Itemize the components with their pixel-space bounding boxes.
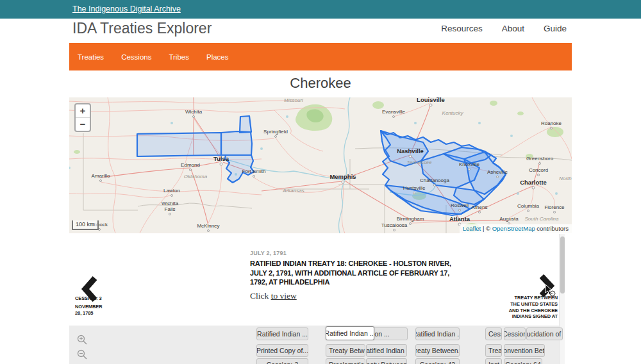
header: IDA Treaties Explorer ResourcesAboutGuid… <box>0 19 641 43</box>
city-dot <box>434 185 436 186</box>
city-label-greensboro: Greensboro <box>526 156 554 161</box>
city-label-wichita: Wichita <box>185 109 203 115</box>
header-nav-about[interactable]: About <box>502 24 524 33</box>
cession-polygon-2[interactable] <box>221 131 252 155</box>
city-label-lawton: Lawton <box>163 188 180 194</box>
city-label-asheville: Asheville <box>487 169 508 175</box>
attribution-suffix: contributors <box>535 225 569 232</box>
current-item-click-line: Click to view <box>250 291 465 301</box>
page-title: IDA Treaties Explorer <box>72 20 212 37</box>
mouse-cursor-icon <box>544 285 556 297</box>
city-dot <box>429 104 432 106</box>
city-label-fort-smith: Fort Smith <box>242 169 266 174</box>
timeline-era-button[interactable]: Trea <box>485 344 502 357</box>
timeline-era-button[interactable]: Treaty Between... <box>415 344 460 357</box>
zoom-out-button[interactable]: − <box>76 118 90 131</box>
openstreetmap-link[interactable]: OpenStreetMap <box>492 225 535 232</box>
state-label-arkansas: Arkansas <box>282 188 304 194</box>
timeline-scrollbar[interactable] <box>559 234 565 364</box>
cession-polygon-0[interactable] <box>240 116 251 133</box>
city-label-charlotte: Charlotte <box>520 179 547 186</box>
city-dot <box>409 155 412 158</box>
city-dot <box>253 176 255 178</box>
timeline-era-button[interactable]: Convention Bet... <box>504 344 545 357</box>
timeline-era-button[interactable]: Proclamation S <box>326 358 365 364</box>
tab-places[interactable]: Places <box>206 53 229 61</box>
city-label-atlanta: Atlanta <box>449 215 470 222</box>
next-item-line: THE UNITED STATES <box>497 301 558 308</box>
tab-tribes[interactable]: Tribes <box>169 53 189 61</box>
timeline-era-button[interactable]: Cession: 64 <box>504 358 542 364</box>
city-dot <box>394 229 395 231</box>
city-dot <box>539 163 541 165</box>
city-label-birmingham: Birmingham <box>397 216 424 222</box>
header-nav-guide[interactable]: Guide <box>544 24 567 33</box>
map-attribution: Leaflet | © OpenStreetMap contributors <box>460 224 572 233</box>
to-view-link[interactable]: to view <box>271 291 297 301</box>
map-zoom-control: + − <box>74 103 91 132</box>
cession-polygon-1[interactable] <box>137 133 221 156</box>
city-dot <box>342 181 344 183</box>
timeline-era-button[interactable]: Elucidation of ... <box>526 327 563 340</box>
state-label-tennessee: Tennessee <box>407 160 432 165</box>
leaflet-link[interactable]: Leaflet <box>463 225 481 232</box>
city-label-roanoke: Roanoke <box>541 120 562 126</box>
city-label-augusta: Augusta <box>499 216 519 222</box>
topbar-archive-link[interactable]: The Indigenous Digital Archive <box>72 4 181 13</box>
city-dot <box>410 223 412 225</box>
city-label-tuscaloosa: Tuscaloosa <box>381 222 408 228</box>
city-label-tulsa: Tulsa <box>213 155 229 162</box>
state-label-north: North <box>559 176 572 181</box>
timeline-era-button[interactable]: Cess <box>485 327 502 340</box>
header-nav-resources[interactable]: Resources <box>441 24 483 33</box>
city-dot <box>193 116 195 118</box>
city-dot <box>99 229 101 231</box>
state-label-missouri: Missouri <box>284 97 303 103</box>
next-item-line: INDIANS SIGNED AT <box>497 313 558 320</box>
page-heading: Cherokee <box>0 75 641 92</box>
city-dot <box>497 176 499 178</box>
city-dot <box>100 180 102 182</box>
tab-cessions[interactable]: Cessions <box>121 53 151 61</box>
timeline-era-button[interactable]: Ratified Indian ... <box>256 327 308 340</box>
prev-item-date: NOVEMBER 28, 1785 <box>75 304 108 317</box>
timeline-era-button[interactable]: Treaty Between... <box>366 358 407 364</box>
timeline-era-button[interactable]: Printed Copy of... <box>256 344 308 357</box>
timeline-zoom-out-icon[interactable] <box>77 349 88 360</box>
next-item-line: AND THE CHEROKEE <box>497 308 558 314</box>
city-label-mckinney: McKinney <box>197 223 219 229</box>
city-dot <box>393 116 395 118</box>
city-dot <box>551 128 553 129</box>
page: The Indigenous Digital Archive IDA Treat… <box>0 0 641 364</box>
timeline-era-button[interactable]: Ratified Indian ... <box>326 326 374 340</box>
timeline-prev-arrow-icon[interactable] <box>81 276 97 302</box>
city-label-chattanooga: Chattanooga <box>420 178 449 183</box>
timeline-era-button[interactable]: Cession: 42 <box>415 358 460 364</box>
timeline-era-button[interactable]: Cession <box>504 327 526 340</box>
tab-treaties[interactable]: Treaties <box>78 53 104 61</box>
timeline-era-button[interactable]: Ratified Indian ... <box>415 327 460 340</box>
city-label-evansville: Evansville <box>382 109 406 115</box>
city-label-springfield: Springfield <box>263 129 288 135</box>
city-dot <box>275 136 277 138</box>
timeline-zoom-in-icon[interactable] <box>77 335 88 345</box>
map[interactable]: WichitaSpringfieldMissouriEvansvilleLoui… <box>69 97 572 233</box>
timeline-era-button[interactable]: Cession: 3 <box>256 358 308 364</box>
map-scale-bar: 100 km <box>72 220 99 230</box>
timeline-next-item[interactable]: TREATY BETWEENTHE UNITED STATESAND THE C… <box>497 295 558 320</box>
zoom-in-button[interactable]: + <box>76 104 90 118</box>
timeline-era-button[interactable]: Treaty Betwee <box>326 344 365 357</box>
city-label-edmond: Edmond <box>181 162 200 168</box>
timeline-era-button[interactable]: Ratified Indian ... <box>366 344 407 357</box>
city-dot <box>554 211 556 213</box>
timeline-scrollbar-thumb[interactable] <box>560 236 565 294</box>
click-prefix: Click <box>250 291 271 301</box>
timeline-era-button[interactable]: Inst <box>485 358 502 364</box>
city-dot <box>169 213 171 215</box>
timeline-current-item: JULY 2, 1791 RATIFIED INDIAN TREATY 18: … <box>250 250 465 301</box>
city-dot <box>413 192 415 194</box>
city-label-louisville: Louisville <box>417 97 445 103</box>
city-label-roswell: Roswell <box>451 203 469 208</box>
city-label-florence: Florence <box>544 204 565 210</box>
city-label-concord: Concord <box>529 167 548 173</box>
